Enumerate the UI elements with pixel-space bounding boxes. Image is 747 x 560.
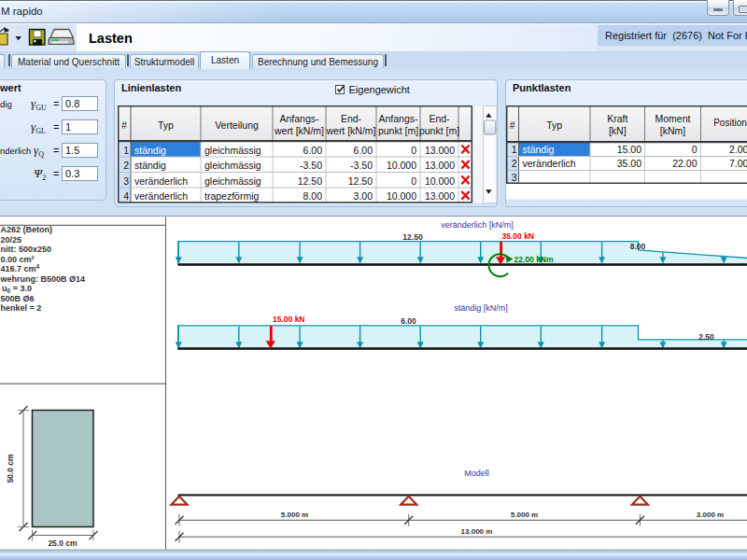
svg-text:0: 0 bbox=[411, 145, 416, 156]
svg-text:Anfangs-: Anfangs- bbox=[378, 113, 418, 124]
svg-text:13.000: 13.000 bbox=[425, 190, 455, 202]
svg-text:3: 3 bbox=[512, 172, 517, 183]
svg-text:Kraft: Kraft bbox=[607, 113, 627, 124]
svg-text:ständig: ständig bbox=[523, 144, 555, 155]
svg-text:0.00 cm²: 0.00 cm² bbox=[1, 255, 35, 264]
svg-text:3.00: 3.00 bbox=[354, 190, 374, 202]
svg-text:veränderlich [kN/m]: veränderlich [kN/m] bbox=[441, 220, 514, 230]
svg-text:0: 0 bbox=[692, 144, 698, 155]
svg-text:35.00 kN: 35.00 kN bbox=[502, 231, 535, 241]
svg-text:13.000 m: 13.000 m bbox=[461, 527, 493, 536]
svg-text:gleichmässig: gleichmässig bbox=[204, 145, 261, 156]
svg-text:22.00: 22.00 bbox=[672, 158, 697, 169]
svg-text:13.000: 13.000 bbox=[425, 160, 455, 171]
svg-text:2: 2 bbox=[123, 160, 129, 171]
svg-text:12.50: 12.50 bbox=[298, 175, 322, 187]
svg-text:gleichmässig: gleichmässig bbox=[204, 160, 261, 171]
svg-text:Anfangs-: Anfangs- bbox=[279, 113, 319, 124]
svg-text:End-: End- bbox=[341, 113, 362, 124]
svg-text:416.7 cm4: 416.7 cm4 bbox=[1, 263, 40, 273]
svg-text:Typ: Typ bbox=[546, 119, 562, 131]
svg-text:2.000: 2.000 bbox=[729, 144, 747, 155]
svg-text:wehrung: B500B Ø14: wehrung: B500B Ø14 bbox=[0, 274, 85, 284]
svg-text:5.000 m: 5.000 m bbox=[511, 511, 538, 519]
svg-text:Typ: Typ bbox=[158, 119, 174, 131]
svg-text:veränderlich: veränderlich bbox=[523, 158, 576, 169]
svg-text:6.00: 6.00 bbox=[401, 316, 416, 326]
svg-text:Verteilung: Verteilung bbox=[215, 119, 259, 131]
svg-text:25.0 cm: 25.0 cm bbox=[48, 539, 78, 548]
svg-text:[kNm]: [kNm] bbox=[660, 125, 685, 136]
svg-text:2: 2 bbox=[512, 158, 517, 169]
svg-text:#: # bbox=[510, 119, 515, 131]
svg-text:10.000: 10.000 bbox=[387, 160, 416, 171]
svg-text:10.000: 10.000 bbox=[425, 175, 455, 187]
svg-text:15.00: 15.00 bbox=[617, 144, 641, 155]
svg-text:veränderlich: veränderlich bbox=[134, 190, 188, 202]
svg-text:wert [kN/m]: wert [kN/m] bbox=[274, 125, 324, 136]
svg-text:10.000: 10.000 bbox=[387, 190, 416, 202]
svg-text:5.000 m: 5.000 m bbox=[281, 511, 308, 519]
svg-text:trapezförmig: trapezförmig bbox=[204, 190, 260, 202]
svg-text:veränderlich: veränderlich bbox=[134, 175, 188, 187]
svg-text:1: 1 bbox=[512, 144, 517, 155]
svg-text:12.50: 12.50 bbox=[402, 232, 423, 242]
svg-text:u0 = 3.0: u0 = 3.0 bbox=[2, 284, 32, 294]
svg-text:6.00: 6.00 bbox=[354, 145, 374, 156]
svg-text:punkt [m]: punkt [m] bbox=[378, 125, 418, 136]
svg-text:500B Ø6: 500B Ø6 bbox=[1, 294, 35, 303]
svg-text:6.00: 6.00 bbox=[303, 145, 323, 156]
svg-text:50.0 cm: 50.0 cm bbox=[6, 454, 15, 483]
svg-text:punkt [m]: punkt [m] bbox=[419, 125, 459, 136]
svg-text:13.000: 13.000 bbox=[425, 145, 455, 156]
svg-text:12.50: 12.50 bbox=[348, 175, 373, 187]
svg-text:ständig: ständig bbox=[134, 160, 166, 171]
svg-text:gleichmässig: gleichmässig bbox=[204, 175, 261, 187]
svg-text:henkel = 2: henkel = 2 bbox=[1, 303, 42, 313]
svg-text:7.000: 7.000 bbox=[729, 158, 747, 169]
svg-text:Position: Position bbox=[713, 118, 747, 128]
svg-text:-3.50: -3.50 bbox=[300, 160, 322, 171]
svg-text:8.00: 8.00 bbox=[630, 242, 646, 251]
svg-text:-3.50: -3.50 bbox=[350, 160, 373, 171]
svg-text:End-: End- bbox=[429, 113, 450, 124]
svg-text:1: 1 bbox=[123, 145, 129, 156]
svg-text:2.50: 2.50 bbox=[698, 332, 714, 342]
svg-text:8.00: 8.00 bbox=[303, 190, 323, 202]
svg-text:0: 0 bbox=[411, 175, 416, 187]
svg-text:[kN]: [kN] bbox=[609, 125, 627, 136]
svg-text:20/25: 20/25 bbox=[1, 235, 22, 245]
svg-text:Modell: Modell bbox=[464, 469, 489, 478]
svg-text:35.00: 35.00 bbox=[617, 158, 641, 169]
svg-text:ständig [kN/m]: ständig [kN/m] bbox=[454, 303, 508, 313]
svg-text:Moment: Moment bbox=[655, 113, 691, 124]
svg-text:3.000 m: 3.000 m bbox=[697, 511, 724, 519]
svg-text:nitt: 500x250: nitt: 500x250 bbox=[1, 245, 52, 254]
svg-text:3: 3 bbox=[123, 175, 129, 187]
svg-text:4: 4 bbox=[123, 190, 129, 202]
svg-text:#: # bbox=[121, 119, 127, 131]
svg-text:22.00 kNm: 22.00 kNm bbox=[514, 255, 554, 264]
svg-text:wert [kN/m]: wert [kN/m] bbox=[325, 125, 375, 136]
svg-text:15.00 kN: 15.00 kN bbox=[273, 315, 305, 324]
svg-text:A262 (Beton): A262 (Beton) bbox=[1, 225, 53, 234]
svg-text:ständig: ständig bbox=[134, 145, 166, 156]
